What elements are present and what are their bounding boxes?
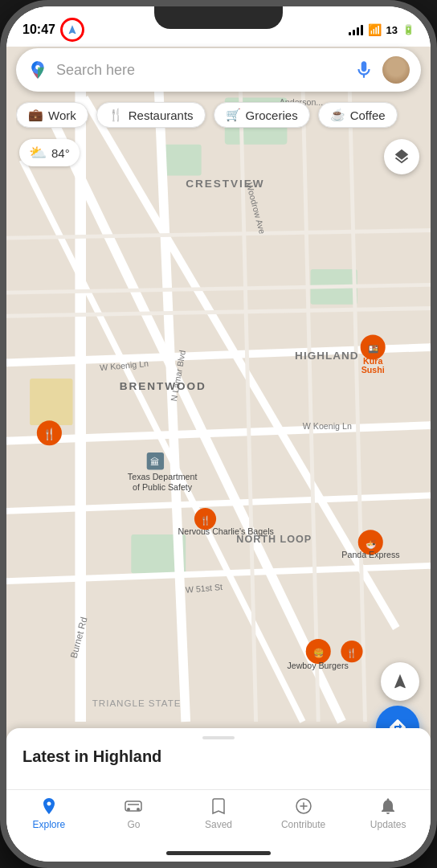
nav-saved[interactable]: Saved (176, 796, 261, 830)
svg-text:BRENTWOOD: BRENTWOOD (120, 380, 206, 392)
svg-text:🏛: 🏛 (150, 457, 160, 467)
status-icons: 📶 13 🔋 (349, 23, 415, 36)
weather-badge: ⛅ 84° (19, 139, 80, 166)
microphone-icon[interactable] (353, 59, 374, 80)
svg-text:🍔: 🍔 (313, 648, 325, 658)
location-arrow-icon (67, 24, 78, 35)
chip-groceries-label: Groceries (246, 108, 298, 122)
go-icon (124, 796, 143, 816)
updates-icon (378, 796, 398, 816)
chip-coffee[interactable]: ☕ Coffee (318, 102, 398, 128)
svg-text:🍴: 🍴 (43, 428, 56, 441)
sheet-title: Latest in Highland (22, 747, 415, 766)
temperature: 84° (51, 146, 70, 160)
time-display: 10:47 (22, 23, 55, 37)
contribute-icon (294, 796, 313, 816)
svg-text:🍱: 🍱 (368, 344, 379, 354)
svg-text:HIGHLAND: HIGHLAND (295, 350, 358, 362)
chip-work[interactable]: 💼 Work (16, 102, 88, 128)
svg-text:🍜: 🍜 (366, 539, 377, 550)
layers-icon (393, 148, 410, 166)
svg-text:🍴: 🍴 (346, 648, 357, 658)
chips-row: 💼 Work 🍴 Restaurants 🛒 Groceries ☕ Coffe… (16, 98, 431, 132)
work-icon: 💼 (28, 108, 43, 122)
svg-text:Panda Express: Panda Express (341, 550, 399, 559)
nav-explore[interactable]: Explore (6, 796, 92, 830)
weather-icon: ⛅ (29, 144, 47, 162)
svg-text:CRESTVIEW: CRESTVIEW (186, 178, 264, 190)
explore-label: Explore (32, 819, 65, 830)
compass-icon (391, 673, 409, 690)
location-indicator (60, 18, 84, 42)
explore-icon (39, 796, 59, 816)
svg-rect-6 (30, 379, 72, 425)
signal-icon (349, 24, 363, 35)
chip-restaurants-label: Restaurants (129, 108, 194, 122)
wifi-icon: 📶 (368, 23, 382, 36)
svg-point-56 (127, 808, 130, 811)
sheet-handle (202, 736, 235, 739)
svg-text:Nervous Charlie's Bagels: Nervous Charlie's Bagels (178, 526, 274, 536)
nav-updates[interactable]: Updates (345, 796, 431, 830)
svg-text:Sushi: Sushi (361, 365, 385, 375)
go-label: Go (127, 819, 140, 830)
chip-groceries[interactable]: 🛒 Groceries (214, 102, 310, 128)
updates-label: Updates (370, 819, 406, 830)
svg-text:of Public Safety: of Public Safety (133, 482, 193, 492)
nav-contribute[interactable]: Contribute (261, 796, 346, 830)
search-bar[interactable]: Search here (16, 48, 421, 92)
chip-restaurants[interactable]: 🍴 Restaurants (96, 102, 206, 128)
svg-text:W Koenig Ln: W Koenig Ln (303, 421, 352, 431)
coffee-icon: ☕ (330, 108, 345, 122)
chip-coffee-label: Coffee (350, 108, 386, 122)
search-input[interactable]: Search here (56, 62, 345, 79)
status-time: 10:47 (22, 18, 84, 42)
svg-text:🍴: 🍴 (200, 515, 211, 526)
groceries-icon: 🛒 (226, 108, 241, 122)
avatar[interactable] (382, 56, 410, 84)
nav-go[interactable]: Go (92, 796, 177, 830)
svg-text:Texas Department: Texas Department (128, 472, 198, 481)
navigation-button[interactable] (381, 662, 419, 701)
battery-icon: 🔋 (402, 24, 415, 35)
chip-work-label: Work (48, 108, 76, 122)
notch (154, 6, 283, 29)
battery-level: 13 (386, 24, 398, 36)
svg-text:Jewboy Burgers: Jewboy Burgers (287, 661, 348, 670)
svg-point-57 (137, 808, 140, 811)
phone-frame: 10:47 📶 13 🔋 (0, 0, 437, 868)
svg-text:TRIANGLE STATE: TRIANGLE STATE (92, 698, 182, 708)
google-maps-logo (27, 59, 48, 80)
restaurants-icon: 🍴 (108, 108, 124, 122)
saved-icon (209, 796, 228, 816)
svg-rect-3 (162, 145, 202, 176)
layers-button[interactable] (384, 139, 419, 174)
home-indicator (166, 851, 271, 855)
phone-inner: 10:47 📶 13 🔋 (6, 6, 431, 862)
saved-label: Saved (205, 819, 232, 830)
contribute-label: Contribute (281, 819, 325, 830)
